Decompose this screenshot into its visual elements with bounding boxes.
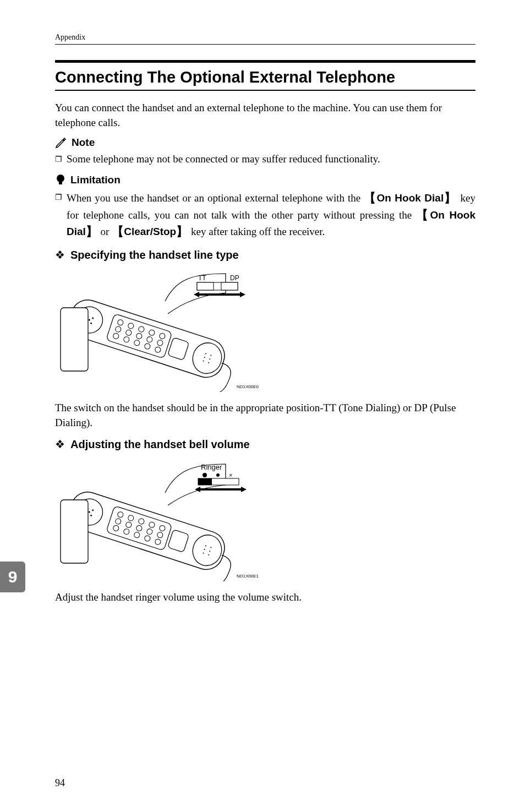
illustration-code: ND1X00E0 [237,384,259,389]
svg-point-72 [203,473,207,477]
svg-rect-33 [61,308,88,371]
key-on-hook-dial: On Hook Dial [376,192,444,204]
label-tt: TT [198,274,206,282]
note-label: Note [72,137,95,149]
limitation-text: When you use the handset or an optional … [67,190,475,241]
limitation-p3: or [98,226,112,237]
limitation-p1: When you use the handset or an optional … [67,192,364,204]
svg-rect-35 [197,282,214,290]
bullet-square-icon: ❐ [55,190,62,241]
svg-point-73 [216,473,220,477]
handset-volume-illustration: Ringer × ND1X00E1 [55,457,475,584]
page-tab: 9 [0,562,25,592]
svg-rect-76 [198,478,212,485]
key-bracket-open: 【 [364,191,376,205]
svg-text:×: × [229,472,232,478]
key-bracket-close: 】 [444,191,457,205]
svg-rect-71 [61,500,88,563]
lightbulb-icon [55,173,66,187]
subheading-adjust-row: ❖ Adjusting the handset bell volume [55,438,475,451]
svg-point-0 [57,175,64,182]
diamond-icon: ❖ [55,248,65,261]
svg-rect-36 [221,282,238,290]
caption-volume: Adjust the handset ringer volume using t… [55,590,475,605]
page-number: 94 [55,777,65,789]
limitation-item: ❐ When you use the handset or an optiona… [55,190,475,241]
label-dp: DP [230,274,239,282]
limitation-label-row: Limitation [55,173,475,187]
note-item-text: Some telephone may not be connected or m… [67,152,475,167]
svg-marker-79 [241,487,247,492]
limitation-label: Limitation [70,174,121,186]
main-heading: Connecting The Optional External Telepho… [55,68,475,91]
key-bracket-open: 【 [112,225,124,238]
heading-rule [55,60,475,63]
key-bracket-close: 】 [86,225,98,238]
svg-rect-1 [59,182,62,184]
intro-paragraph: You can connect the handset and an exter… [55,101,475,130]
key-bracket-close: 】 [176,225,188,238]
illustration-code: ND1X00E1 [237,574,259,579]
subheading-adjust: Adjusting the handset bell volume [70,438,250,451]
limitation-p4: key after taking off the receiver. [188,226,325,237]
label-ringer: Ringer [201,463,222,471]
header-section: Appendix [55,33,475,45]
key-bracket-open: 【 [416,208,430,222]
bullet-square-icon: ❐ [55,152,62,167]
caption-line-type: The switch on the handset should be in t… [55,401,475,430]
svg-marker-39 [240,292,245,297]
key-clear-stop: Clear/Stop [124,226,176,237]
subheading-spec-row: ❖ Specifying the handset line type [55,248,475,261]
note-item: ❐ Some telephone may not be connected or… [55,152,475,167]
pencil-icon [55,137,67,149]
diamond-icon: ❖ [55,438,65,451]
note-label-row: Note [55,137,475,149]
subheading-spec: Specifying the handset line type [70,249,239,261]
handset-line-type-illustration: TT DP ND1X00E0 [55,268,475,394]
